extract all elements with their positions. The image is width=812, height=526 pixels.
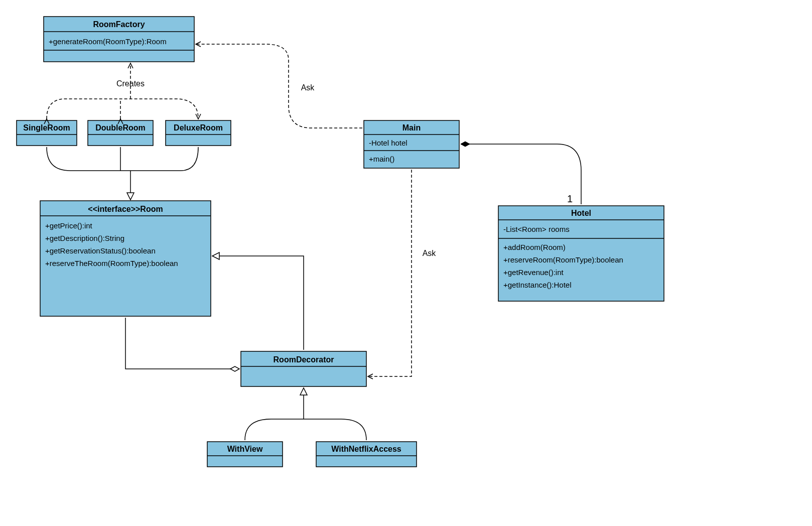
method: +getInstance():Hotel bbox=[503, 281, 572, 289]
method: +getDescription():String bbox=[45, 234, 124, 242]
class-title: DeluxeRoom bbox=[174, 123, 223, 132]
attribute: -Hotel hotel bbox=[369, 139, 408, 147]
label-creates: Creates bbox=[116, 79, 145, 88]
class-room-factory: RoomFactory +generateRoom(RoomType):Room bbox=[44, 17, 194, 62]
class-room-decorator: RoomDecorator bbox=[241, 351, 366, 386]
method: +addRoom(Room) bbox=[503, 243, 566, 251]
method: +getRevenue():int bbox=[503, 268, 564, 277]
class-with-netflix: WithNetflixAccess bbox=[316, 442, 417, 467]
method: +getReservationStatus():boolean bbox=[45, 246, 156, 255]
class-title: WithNetflixAccess bbox=[331, 445, 401, 453]
class-title: Hotel bbox=[571, 209, 591, 217]
svg-rect-9 bbox=[40, 201, 211, 316]
rel-room-aggregation-decorator bbox=[125, 318, 239, 369]
label-ask1: Ask bbox=[301, 83, 315, 92]
class-title: RoomFactory bbox=[93, 20, 145, 29]
rel-main-ask-decorator: Ask bbox=[368, 170, 436, 376]
class-room-interface: <<interface>>Room +getPrice():int +getDe… bbox=[40, 201, 211, 316]
rel-main-composition-hotel: 1 bbox=[461, 144, 581, 204]
method: +reserveRoom(RoomType):boolean bbox=[503, 255, 623, 264]
method: +getPrice():int bbox=[45, 221, 93, 230]
rel-creates: Creates bbox=[47, 63, 198, 119]
rel-main-ask-roomfactory: Ask bbox=[196, 44, 362, 128]
class-hotel: Hotel -List<Room> rooms +addRoom(Room) +… bbox=[498, 206, 664, 301]
method: +reserveTheRoom(RoomType):boolean bbox=[45, 259, 178, 268]
rel-decorator-children bbox=[245, 388, 366, 440]
rel-rooms-implement-room bbox=[47, 147, 198, 200]
class-with-view: WithView bbox=[207, 442, 283, 467]
class-title: DoubleRoom bbox=[95, 123, 146, 132]
label-ask2: Ask bbox=[423, 249, 437, 257]
class-title: Main bbox=[402, 123, 421, 132]
class-title: RoomDecorator bbox=[274, 355, 334, 364]
uml-diagram: RoomFactory +generateRoom(RoomType):Room… bbox=[0, 0, 812, 526]
class-single-room: SingleRoom bbox=[17, 120, 77, 146]
multiplicity-one: 1 bbox=[567, 193, 573, 204]
class-double-room: DoubleRoom bbox=[88, 120, 153, 146]
method: +main() bbox=[369, 155, 394, 163]
class-title: <<interface>>Room bbox=[88, 205, 163, 213]
class-deluxe-room: DeluxeRoom bbox=[166, 120, 231, 146]
class-title: SingleRoom bbox=[23, 123, 70, 132]
rel-decorator-implements-room bbox=[212, 256, 304, 350]
class-main: Main -Hotel hotel +main() bbox=[364, 120, 459, 168]
method: +generateRoom(RoomType):Room bbox=[49, 37, 167, 46]
attribute: -List<Room> rooms bbox=[503, 225, 570, 233]
class-title: WithView bbox=[227, 445, 263, 453]
